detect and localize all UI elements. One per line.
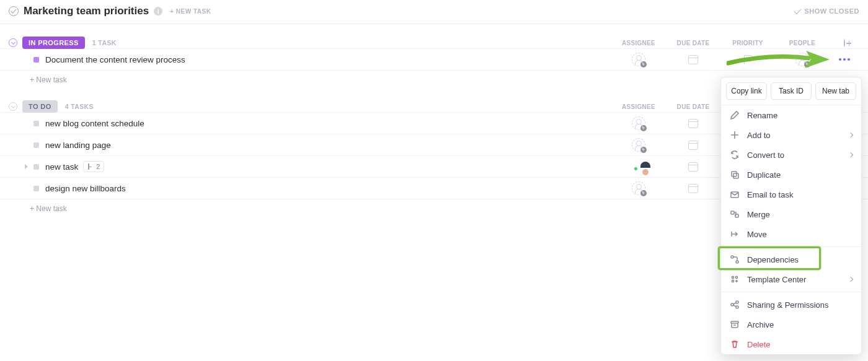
svg-point-7	[732, 276, 733, 278]
status-square-icon[interactable]	[33, 121, 39, 126]
assignee-placeholder-icon: +	[795, 53, 809, 66]
calendar-icon	[688, 162, 698, 172]
collapse-icon[interactable]	[9, 102, 17, 111]
presence-dot-icon	[634, 167, 638, 171]
status-chip[interactable]: TO DO	[22, 100, 58, 113]
due-date-cell[interactable]	[666, 184, 720, 193]
share-icon	[730, 300, 740, 310]
show-closed-toggle[interactable]: SHOW CLOSED	[794, 7, 859, 15]
assignee-cell[interactable]: +	[611, 138, 666, 152]
menu-delete[interactable]: Delete	[721, 334, 861, 354]
col-assignee: ASSIGNEE	[611, 40, 666, 46]
task-context-menu: Copy link Task ID New tab Rename Add to …	[720, 77, 862, 355]
svg-rect-13	[731, 321, 738, 323]
assignee-cell[interactable]: +	[611, 53, 666, 66]
menu-template-center[interactable]: Template Center	[721, 269, 861, 289]
copy-link-button[interactable]: Copy link	[726, 82, 767, 100]
people-cell[interactable]: +	[775, 53, 830, 66]
svg-point-11	[736, 301, 738, 303]
menu-dependencies[interactable]: Dependencies	[721, 250, 861, 269]
due-date-cell[interactable]	[666, 141, 720, 150]
menu-top-buttons: Copy link Task ID New tab	[721, 77, 861, 105]
flag-icon	[744, 55, 752, 64]
status-square-icon[interactable]	[33, 57, 39, 63]
menu-email-to-task[interactable]: Email to task	[721, 185, 861, 204]
menu-label: Convert to	[747, 150, 784, 160]
assignee-placeholder-icon: +	[632, 181, 645, 195]
assignee-cell[interactable]: +	[611, 181, 666, 195]
calendar-icon	[688, 141, 698, 150]
task-title[interactable]: new blog content schedule	[45, 119, 144, 128]
assignee-cell[interactable]: +	[611, 116, 666, 130]
menu-archive[interactable]: Archive	[721, 315, 861, 334]
menu-label: Rename	[747, 111, 777, 120]
svg-point-6	[736, 261, 738, 263]
chevron-right-icon	[848, 152, 853, 157]
chevron-right-icon	[848, 277, 853, 282]
top-bar: Marketing team priorities i + NEW TASK S…	[0, 0, 868, 24]
menu-rename[interactable]: Rename	[721, 105, 861, 125]
svg-point-5	[731, 256, 733, 258]
menu-label: Template Center	[747, 275, 806, 284]
expand-caret-icon[interactable]	[25, 164, 28, 169]
page-title: Marketing team priorities	[24, 5, 149, 17]
menu-duplicate[interactable]: Duplicate	[721, 165, 861, 185]
status-square-icon[interactable]	[33, 142, 39, 148]
dependencies-icon	[730, 254, 740, 264]
due-date-cell[interactable]	[666, 55, 720, 64]
plus-icon	[844, 39, 845, 47]
row-more-button[interactable]	[830, 58, 859, 61]
move-icon	[730, 229, 740, 239]
chevron-right-icon	[848, 133, 853, 137]
subtask-badge[interactable]: 2	[83, 161, 104, 172]
menu-label: Dependencies	[747, 255, 799, 264]
task-title[interactable]: new landing page	[45, 141, 111, 150]
menu-label: Duplicate	[747, 170, 781, 180]
task-row[interactable]: Document the content review process + +	[0, 48, 868, 71]
status-chip[interactable]: IN PROGRESS	[22, 37, 85, 49]
menu-move[interactable]: Move	[721, 224, 861, 244]
tree-icon	[87, 163, 94, 170]
group-header: IN PROGRESS 1 TASK ASSIGNEE DUE DATE PRI…	[0, 37, 868, 49]
due-date-cell[interactable]	[666, 119, 720, 128]
due-date-cell[interactable]	[666, 162, 720, 172]
menu-label: Archive	[747, 320, 774, 329]
template-icon	[730, 274, 740, 284]
svg-point-9	[732, 280, 733, 282]
archive-icon	[730, 320, 740, 329]
task-title[interactable]: design new billboards	[45, 184, 126, 193]
menu-sharing[interactable]: Sharing & Permissions	[721, 295, 861, 315]
assignee-placeholder-icon: +	[632, 116, 645, 130]
collapse-icon[interactable]	[9, 38, 17, 47]
new-task-header-button[interactable]: + NEW TASK	[170, 8, 211, 15]
col-people: PEOPLE	[775, 40, 830, 46]
mail-icon	[730, 189, 740, 199]
menu-label: Email to task	[747, 190, 793, 199]
info-icon[interactable]: i	[154, 7, 162, 15]
svg-point-8	[735, 276, 737, 278]
check-icon	[794, 6, 802, 14]
calendar-icon	[688, 119, 698, 128]
more-dots-icon	[839, 58, 850, 61]
task-id-button[interactable]: Task ID	[771, 82, 812, 100]
col-priority: PRIORITY	[720, 40, 775, 46]
task-title[interactable]: Document the content review process	[45, 55, 185, 64]
column-headers: ASSIGNEE DUE DATE PRIORITY PEOPLE	[611, 40, 859, 46]
priority-cell[interactable]	[720, 55, 775, 64]
convert-icon	[730, 150, 740, 160]
task-count: 4 TASKS	[65, 103, 94, 110]
menu-label: Delete	[747, 340, 771, 349]
task-title[interactable]: new task	[45, 162, 78, 172]
menu-convert-to[interactable]: Convert to	[721, 145, 861, 165]
new-tab-button[interactable]: New tab	[815, 82, 856, 100]
svg-rect-3	[731, 211, 734, 214]
menu-add-to[interactable]: Add to	[721, 125, 861, 145]
add-column-button[interactable]	[830, 40, 859, 46]
status-square-icon[interactable]	[33, 186, 39, 191]
menu-merge[interactable]: Merge	[721, 204, 861, 224]
assignee-placeholder-icon: +	[632, 53, 645, 66]
subtask-count: 2	[96, 163, 100, 170]
svg-point-10	[731, 303, 733, 306]
status-square-icon[interactable]	[33, 164, 39, 170]
menu-label: Merge	[747, 210, 770, 219]
